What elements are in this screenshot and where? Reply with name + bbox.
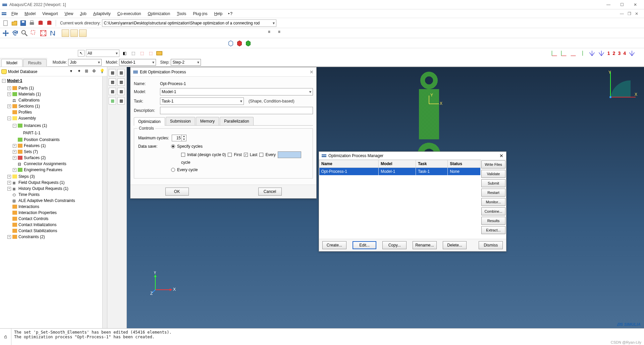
close-icon[interactable]: ✕ xyxy=(310,69,314,75)
zoom-icon[interactable] xyxy=(21,29,28,37)
minimize-button[interactable]: — xyxy=(602,1,615,9)
tree-collapse-icon[interactable]: − xyxy=(2,79,6,83)
tree-item[interactable]: Contact Stabilizations xyxy=(18,228,57,233)
shade-icon-2[interactable] xyxy=(70,29,78,37)
max-cycles-spinner[interactable]: ▲▼ xyxy=(172,135,186,141)
zoom-box-icon[interactable] xyxy=(30,29,38,37)
task-combo[interactable]: Task-1▾ xyxy=(160,97,244,105)
tree-item[interactable]: Features (1) xyxy=(24,143,46,148)
cancel-button[interactable]: Cancel xyxy=(258,188,282,196)
delete-button[interactable]: Delete... xyxy=(443,241,467,249)
sel-icon-3[interactable]: ⬚ xyxy=(138,50,146,57)
tree-expand-icon[interactable]: + xyxy=(7,105,11,108)
tool-icon-5[interactable]: ▦ xyxy=(109,88,116,95)
tree-expand-icon[interactable]: + xyxy=(13,144,16,148)
tree-expand-icon[interactable]: + xyxy=(7,187,11,191)
first-checkbox[interactable] xyxy=(228,153,232,157)
csys-num-4[interactable]: 4 xyxy=(623,51,626,56)
shade-icon-3[interactable] xyxy=(79,29,87,37)
tree-item[interactable]: Interaction Properties xyxy=(18,210,57,215)
tree-item[interactable]: Sets (7) xyxy=(24,149,38,154)
tree-item[interactable]: Profiles xyxy=(18,110,32,115)
dismiss-button[interactable]: Dismiss xyxy=(479,241,503,249)
tree-item[interactable]: Materials (1) xyxy=(18,92,41,96)
tree-item[interactable]: Calibrations xyxy=(18,98,40,102)
module-combo[interactable]: Job▾ xyxy=(68,59,102,66)
col-name[interactable]: Name xyxy=(319,160,379,168)
write-files-button[interactable]: Write Files xyxy=(481,160,505,168)
spin-up-icon[interactable]: ▲ xyxy=(181,135,186,138)
viewport-restore-icon[interactable]: ❐ xyxy=(627,11,632,16)
stack-icon-2[interactable]: ≡ xyxy=(278,29,285,37)
tree-expand-icon[interactable]: + xyxy=(13,150,16,154)
rotate-icon[interactable] xyxy=(11,29,19,37)
csys-icon-7[interactable] xyxy=(629,50,635,57)
fit-icon[interactable] xyxy=(40,29,47,37)
sel-icon-4[interactable]: ⬚ xyxy=(147,50,154,57)
col-task[interactable]: Task xyxy=(416,160,447,168)
ok-button[interactable]: OK xyxy=(165,188,189,196)
menu-plugins[interactable]: Plug-ins xyxy=(190,10,211,17)
tree-item[interactable]: ALE Adaptive Mesh Constraints xyxy=(18,198,75,203)
menu-view[interactable]: View xyxy=(61,10,77,17)
restart-button[interactable]: Restart xyxy=(481,189,505,197)
stack-icon-1[interactable]: ≡ xyxy=(268,29,275,37)
every-cycle-radio[interactable] xyxy=(171,168,175,172)
tree-expand-icon[interactable]: + xyxy=(13,156,16,160)
submit-button[interactable]: Submit xyxy=(481,179,505,187)
menu-file[interactable]: File xyxy=(8,10,21,17)
process-table[interactable]: Name Model Task Status Opt-Process-1 Mod… xyxy=(319,160,481,175)
tab-optimization[interactable]: Optimization xyxy=(134,117,165,126)
tool-icon-1[interactable]: ▦ xyxy=(109,69,116,76)
tab-results[interactable]: Results xyxy=(23,59,47,67)
tool-icon-2[interactable]: ▦ xyxy=(117,69,125,76)
db-icon-2[interactable] xyxy=(46,19,53,27)
tree-btn-4[interactable]: 💡 xyxy=(100,69,106,75)
render-hidden-icon[interactable] xyxy=(236,40,243,47)
max-cycles-input[interactable] xyxy=(172,135,181,141)
context-help-icon[interactable]: ‣? xyxy=(228,11,232,16)
description-input[interactable] xyxy=(160,107,313,114)
model-combo[interactable]: Model-1▾ xyxy=(119,59,156,66)
menu-tools[interactable]: Tools xyxy=(173,10,190,17)
tree-item[interactable]: Surfaces (2) xyxy=(24,155,46,160)
render-shaded-icon[interactable] xyxy=(245,40,252,47)
menu-help[interactable]: Help xyxy=(211,10,226,17)
tree-item[interactable]: Connector Assignments xyxy=(24,161,66,166)
tool-icon-3[interactable]: ▦ xyxy=(109,78,116,86)
tree-item[interactable]: Constraints (2) xyxy=(18,234,45,239)
select-filter-combo[interactable]: All ▾ xyxy=(86,50,119,57)
rename-button[interactable]: Rename... xyxy=(413,241,437,249)
csys-icon-3[interactable] xyxy=(570,50,577,57)
tree-expand-icon[interactable]: + xyxy=(7,86,11,90)
cycle-icon[interactable] xyxy=(49,29,56,37)
tree-btn-1[interactable]: ✦ xyxy=(77,69,84,75)
render-wire-icon[interactable] xyxy=(227,40,234,47)
tree-item[interactable]: Steps (3) xyxy=(18,174,35,179)
close-button[interactable]: ✕ xyxy=(629,1,642,9)
maximize-button[interactable]: ☐ xyxy=(615,1,629,9)
combine-button[interactable]: Combine... xyxy=(481,207,505,215)
tree-item[interactable]: Assembly xyxy=(18,116,36,121)
table-row[interactable]: Opt-Process-1 Model-1 Task-1 None xyxy=(319,168,481,176)
tree-expand-icon[interactable]: + xyxy=(7,92,11,96)
tree-root[interactable]: Model-1 xyxy=(7,78,22,83)
save-icon[interactable] xyxy=(19,19,27,27)
menu-optimization[interactable]: Optimization xyxy=(144,10,173,17)
shade-icon-1[interactable] xyxy=(62,29,69,37)
select-arrow-icon[interactable]: ↖ xyxy=(78,50,85,57)
copy-button[interactable]: Copy... xyxy=(382,241,407,249)
tree-item[interactable]: Contact Controls xyxy=(18,216,48,221)
tree-item[interactable]: PART-1-1 xyxy=(23,131,41,135)
csys-icon-6[interactable] xyxy=(598,50,605,57)
csys-num-1[interactable]: 1 xyxy=(607,51,610,56)
every-checkbox[interactable] xyxy=(259,153,263,157)
specify-cycles-radio[interactable] xyxy=(171,144,175,148)
csys-icon-5[interactable] xyxy=(589,50,595,57)
every-input[interactable] xyxy=(278,151,301,158)
tree-btn-2[interactable]: ⊞ xyxy=(85,69,91,75)
col-model[interactable]: Model xyxy=(378,160,416,168)
new-icon[interactable] xyxy=(2,19,9,27)
model-tree[interactable]: −Model-1 +Parts (1) +Materials (1) ⚖Cali… xyxy=(0,76,102,328)
open-icon[interactable] xyxy=(11,19,18,27)
